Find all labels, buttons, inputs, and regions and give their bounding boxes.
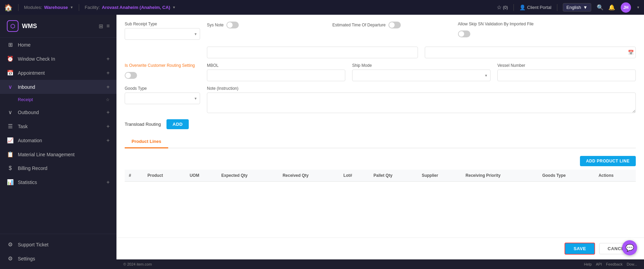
sidebar-item-settings[interactable]: ⚙ Settings (0, 252, 116, 266)
sys-note-label: Sys Note (207, 23, 224, 27)
tab-product-lines[interactable]: Product Lines (125, 135, 168, 148)
home-icon[interactable]: 🏠 (4, 3, 13, 12)
col-received-qty: Received Qty (278, 170, 339, 182)
star-section[interactable]: ☆ (0) (497, 4, 508, 11)
sidebar-item-home-label: Home (18, 42, 30, 48)
chat-icon: 💬 (626, 244, 634, 252)
user-avatar[interactable]: JH (621, 2, 631, 13)
transload-add-button[interactable]: ADD (166, 119, 189, 129)
vessel-number-input[interactable] (497, 70, 636, 81)
statistics-plus-icon[interactable]: + (107, 179, 110, 185)
form-row-3: Is Overwrite Customer Routing Setting MB… (125, 63, 636, 81)
client-portal-section[interactable]: 👤 Client Portal (519, 4, 552, 11)
sidebar-item-inbound-label: Inbound (18, 84, 35, 90)
col-lot: Lot# (339, 170, 370, 182)
logo-text: WMS (22, 23, 37, 30)
sub-receipt-type-select-wrapper: ▼ (125, 28, 200, 40)
main-layout: ⬡ WMS ⊞ ≡ ⊞ Home ⏰ Window Check In + 📅 A… (0, 15, 644, 269)
facility-dropdown-icon[interactable]: ▼ (172, 5, 176, 9)
top-nav: 🏠 Modules: Warehouse ▼ Facility: Arovast… (0, 0, 644, 15)
avatar-dropdown-icon[interactable]: ▼ (636, 5, 640, 9)
sidebar-item-statistics-label: Statistics (18, 180, 37, 185)
mbol-input[interactable] (207, 70, 345, 81)
language-selector[interactable]: English ▼ (563, 3, 592, 12)
billing-icon: $ (7, 165, 14, 171)
material-line-icon: 📋 (7, 151, 14, 158)
is-overwrite-toggle[interactable] (125, 72, 137, 79)
note-instruction-label: Note (Instruction) (207, 86, 636, 91)
modules-dropdown-icon[interactable]: ▼ (70, 5, 73, 9)
sidebar-item-support-ticket[interactable]: ⚙ Support Ticket (0, 237, 116, 252)
mbol-label: MBOL (207, 63, 345, 68)
appointment-plus-icon[interactable]: + (107, 70, 110, 76)
footer-link-dow[interactable]: Dow... (627, 262, 637, 266)
statistics-icon: 📊 (7, 179, 14, 185)
modules-section: Modules: Warehouse ▼ (24, 5, 73, 10)
sub-receipt-type-select-row (125, 47, 200, 58)
bottom-action-bar: SAVE CANCEL (116, 237, 644, 259)
footer-link-api[interactable]: API (596, 262, 602, 266)
sidebar-item-task-label: Task (18, 124, 28, 129)
home-nav-icon: ⊞ (7, 41, 14, 48)
window-check-in-plus-icon[interactable]: + (107, 56, 110, 62)
receipt-star-icon[interactable]: ☆ (106, 97, 110, 102)
sidebar-item-appointment[interactable]: 📅 Appointment + (0, 66, 116, 80)
automation-plus-icon[interactable]: + (107, 137, 110, 144)
chat-fab-button[interactable]: 💬 (622, 240, 637, 255)
transload-routing-section: Transload Routing ADD (125, 119, 636, 129)
col-expected-qty: Expected Qty (217, 170, 278, 182)
sidebar-item-task[interactable]: ☰ Task + (0, 119, 116, 133)
sidebar-item-statistics[interactable]: 📊 Statistics + (0, 175, 116, 189)
language-value: English (567, 5, 581, 10)
inbound-chevron-icon: ∨ (7, 84, 14, 90)
col-supplier: Supplier (418, 170, 461, 182)
facility-section: Facility: Arovast Anaheim (Anaheim, CA) … (85, 5, 176, 10)
etd-date-wrapper: 📅 (425, 47, 636, 58)
notification-icon[interactable]: 🔔 (608, 4, 615, 11)
sidebar-item-automation[interactable]: 📈 Automation + (0, 133, 116, 147)
sys-note-toggle[interactable] (226, 22, 239, 28)
sub-receipt-type-select[interactable] (125, 28, 200, 40)
sidebar-toggle-icons[interactable]: ⊞ ≡ (99, 23, 110, 29)
outbound-plus-icon[interactable]: + (107, 109, 110, 115)
inbound-plus-icon[interactable]: + (107, 84, 110, 90)
sidebar-item-window-check-in[interactable]: ⏰ Window Check In + (0, 52, 116, 66)
grid-icon[interactable]: ⊞ (99, 23, 103, 29)
etd-date-input[interactable] (425, 47, 636, 58)
sidebar-logo: ⬡ WMS ⊞ ≡ (0, 15, 116, 38)
sidebar-item-inbound[interactable]: ∨ Inbound + (0, 80, 116, 94)
star-count: (0) (503, 5, 508, 10)
footer-link-help[interactable]: Help (584, 262, 592, 266)
product-table: # Product UOM Expected Qty Received Qty … (125, 170, 636, 182)
sidebar-item-automation-label: Automation (18, 138, 42, 143)
form-row-4: Goods Type ▼ Note (Instruction) (125, 86, 636, 113)
save-button[interactable]: SAVE (565, 243, 595, 255)
sidebar-item-material-line-management[interactable]: 📋 Material Line Management (0, 147, 116, 161)
form-row-2: 📅 (125, 47, 636, 58)
search-icon[interactable]: 🔍 (597, 4, 604, 11)
sys-note-input[interactable] (207, 47, 418, 58)
modules-value: Warehouse (44, 5, 68, 10)
user-icon: 👤 (519, 4, 526, 11)
product-lines-section: ADD PRODUCT LINE # Product UOM Expected … (125, 156, 636, 231)
main-content: Sub Receipt Type ▼ Sys Note (116, 15, 644, 237)
task-plus-icon[interactable]: + (107, 123, 110, 130)
sidebar-item-billing-record[interactable]: $ Billing Record (0, 161, 116, 175)
vessel-number-label: Vessel Number (497, 63, 636, 68)
sidebar-item-outbound[interactable]: ∨ Outbound + (0, 105, 116, 119)
sidebar-item-material-label: Material Line Management (18, 152, 75, 157)
allow-skip-sn-group: Allow Skip SN Validation By Imported Fil… (458, 22, 636, 42)
add-product-line-button[interactable]: ADD PRODUCT LINE (580, 156, 636, 166)
sidebar-sub-item-receipt[interactable]: Receipt ☆ (0, 94, 116, 105)
ship-mode-select[interactable] (352, 70, 491, 81)
etd-toggle[interactable] (388, 22, 401, 28)
settings-icon: ⚙ (7, 255, 14, 262)
footer-link-feedback[interactable]: Feedback (606, 262, 622, 266)
note-instruction-textarea[interactable] (207, 93, 636, 113)
allow-skip-sn-toggle[interactable] (458, 30, 470, 37)
sidebar-item-home[interactable]: ⊞ Home (0, 38, 116, 52)
goods-type-select-wrapper: ▼ (125, 93, 200, 104)
goods-type-select[interactable] (125, 93, 200, 104)
sidebar-item-appointment-label: Appointment (18, 70, 45, 76)
menu-icon[interactable]: ≡ (107, 23, 110, 29)
